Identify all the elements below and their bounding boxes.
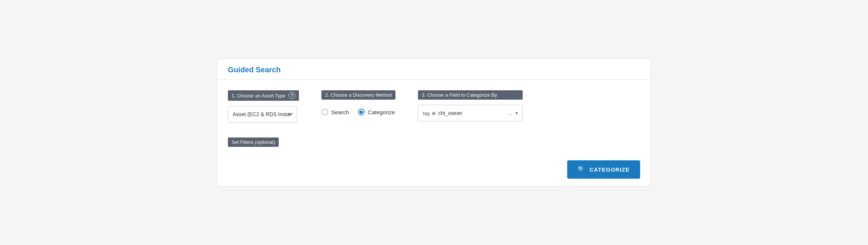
page-title: Guided Search bbox=[228, 66, 281, 74]
field-dots: … bbox=[507, 110, 513, 117]
radio-search[interactable]: Search bbox=[321, 109, 349, 115]
categorize-button[interactable]: 🔍 CATEGORIZE bbox=[567, 160, 640, 179]
radio-circle-categorize bbox=[358, 109, 365, 115]
step2-label: 2. Choose a Discovery Method bbox=[321, 90, 395, 100]
card-body: 1. Choose an Asset Type ? Asset (EC2 & R… bbox=[217, 80, 651, 154]
guided-search-card: Guided Search 1. Choose an Asset Type ? … bbox=[217, 58, 651, 187]
tag-symbol: ⊕ bbox=[432, 111, 436, 116]
step1-group: 1. Choose an Asset Type ? Asset (EC2 & R… bbox=[228, 90, 299, 122]
radio-search-label: Search bbox=[331, 109, 349, 115]
discovery-method-radio-group: Search Categorize bbox=[321, 105, 395, 115]
filters-label[interactable]: Set Filters (optional) bbox=[228, 137, 279, 147]
chevron-down-icon: ▾ bbox=[516, 111, 518, 116]
search-icon: 🔍 bbox=[578, 166, 586, 173]
radio-circle-search bbox=[321, 109, 328, 115]
card-header: Guided Search bbox=[217, 59, 651, 80]
step3-label: 3. Choose a Field to Categorize By bbox=[418, 90, 523, 100]
step3-group: 3. Choose a Field to Categorize By tag ⊕… bbox=[418, 90, 523, 121]
categorize-button-label: CATEGORIZE bbox=[590, 166, 630, 173]
card-footer: 🔍 CATEGORIZE bbox=[217, 154, 651, 186]
field-name: cht_owner bbox=[438, 110, 505, 116]
radio-categorize-label: Categorize bbox=[368, 109, 395, 115]
step2-group: 2. Choose a Discovery Method Search Cate… bbox=[321, 90, 395, 115]
radio-categorize[interactable]: Categorize bbox=[358, 109, 395, 115]
step1-label: 1. Choose an Asset Type ? bbox=[228, 90, 299, 101]
steps-row: 1. Choose an Asset Type ? Asset (EC2 & R… bbox=[228, 90, 640, 122]
filters-section: Set Filters (optional) bbox=[228, 137, 640, 147]
help-icon[interactable]: ? bbox=[288, 92, 295, 99]
asset-type-select[interactable]: Asset (EC2 & RDS Instar bbox=[228, 106, 297, 122]
tag-prefix: tag bbox=[423, 111, 430, 116]
field-categorize-select[interactable]: tag ⊕ cht_owner … ▾ bbox=[418, 105, 523, 121]
